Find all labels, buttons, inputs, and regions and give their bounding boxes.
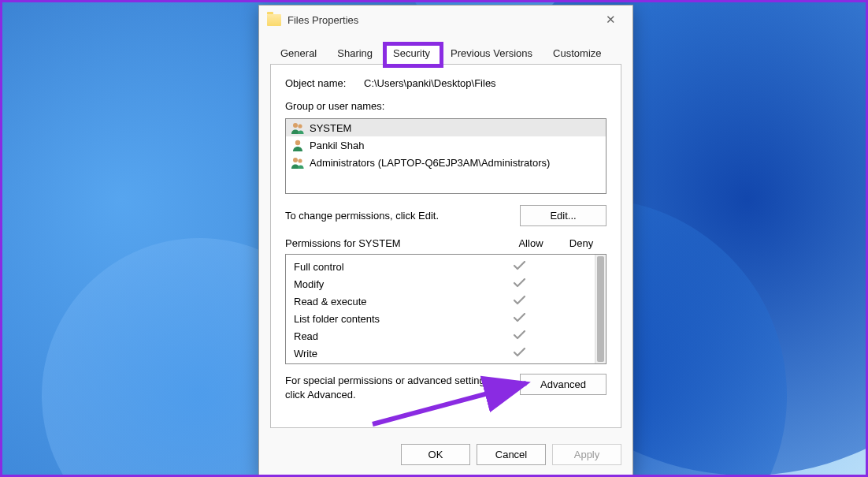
properties-dialog: Files Properties ✕ General Sharing Secur…	[258, 5, 633, 477]
list-item-label: SYSTEM	[310, 122, 351, 134]
svg-point-3	[293, 158, 298, 162]
object-name-label: Object name:	[285, 77, 364, 89]
tab-security[interactable]: Security	[383, 42, 440, 65]
users-group-icon	[291, 156, 305, 169]
scrollbar-thumb[interactable]	[597, 256, 604, 362]
advanced-hint: For special permissions or advanced sett…	[285, 374, 510, 402]
check-icon	[494, 278, 544, 290]
list-item[interactable]: Administrators (LAPTOP-Q6EJP3AM\Administ…	[286, 154, 606, 171]
check-icon	[494, 261, 544, 273]
permission-row: Write	[294, 345, 595, 362]
list-item-label: Administrators (LAPTOP-Q6EJP3AM\Administ…	[310, 157, 550, 169]
list-item[interactable]: SYSTEM	[286, 119, 606, 136]
scrollbar[interactable]	[595, 255, 606, 363]
column-allow: Allow	[506, 237, 556, 249]
titlebar[interactable]: Files Properties ✕	[259, 6, 632, 34]
svg-point-4	[298, 158, 302, 162]
svg-point-1	[298, 124, 302, 128]
ok-button[interactable]: OK	[401, 444, 470, 465]
folder-icon	[267, 14, 281, 26]
permission-name: Read	[294, 330, 494, 342]
advanced-button[interactable]: Advanced	[520, 374, 606, 395]
list-item[interactable]: Pankil Shah	[286, 136, 606, 154]
tab-strip: General Sharing Security Previous Versio…	[259, 42, 632, 64]
permission-name: Full control	[294, 261, 494, 273]
permission-name: Modify	[294, 278, 494, 290]
permission-name: List folder contents	[294, 313, 494, 325]
column-deny: Deny	[556, 237, 606, 249]
permission-row: Modify	[294, 275, 595, 293]
list-item-label: Pankil Shah	[310, 140, 364, 151]
window-title: Files Properties	[287, 14, 596, 26]
cancel-button[interactable]: Cancel	[477, 444, 546, 465]
tab-sharing[interactable]: Sharing	[327, 42, 383, 64]
permission-row: Read	[294, 327, 595, 345]
permission-row: Read & execute	[294, 293, 595, 310]
tab-general[interactable]: General	[270, 42, 327, 64]
tab-customize[interactable]: Customize	[543, 42, 611, 64]
apply-button[interactable]: Apply	[552, 444, 621, 465]
check-icon	[494, 313, 544, 325]
permissions-for-label: Permissions for SYSTEM	[285, 237, 506, 249]
user-icon	[291, 139, 305, 151]
permissions-list: Full controlModifyRead & executeList fol…	[285, 254, 606, 364]
object-name-value: C:\Users\panki\Desktop\Files	[364, 77, 496, 89]
group-user-names-label: Group or user names:	[285, 100, 606, 112]
svg-point-0	[293, 123, 298, 128]
check-icon	[494, 348, 544, 360]
permission-name: Write	[294, 348, 494, 360]
edit-button[interactable]: Edit...	[520, 205, 606, 226]
dialog-footer: OK Cancel Apply	[259, 436, 632, 476]
svg-point-2	[295, 140, 300, 145]
tab-previous-versions[interactable]: Previous Versions	[440, 42, 543, 64]
group-user-list[interactable]: SYSTEMPankil ShahAdministrators (LAPTOP-…	[285, 118, 606, 194]
change-permissions-hint: To change permissions, click Edit.	[285, 210, 510, 222]
permission-row: Full control	[294, 258, 595, 275]
check-icon	[494, 296, 544, 307]
permission-row: List folder contents	[294, 310, 595, 327]
permission-name: Read & execute	[294, 296, 494, 307]
tab-panel-security: Object name: C:\Users\panki\Desktop\File…	[270, 64, 621, 428]
users-group-icon	[291, 121, 305, 134]
check-icon	[494, 330, 544, 342]
close-icon[interactable]: ✕	[596, 13, 625, 27]
